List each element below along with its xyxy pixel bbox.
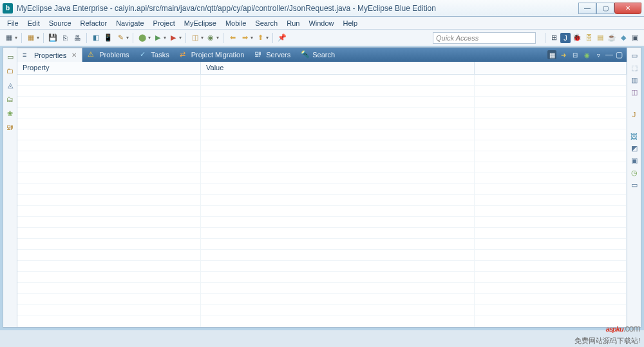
progress-icon[interactable]: ◷	[631, 169, 638, 177]
pin-icon[interactable]: ➜	[559, 50, 568, 59]
servers-icon: 🖳	[254, 50, 263, 59]
debug-perspective-icon[interactable]: 🐞	[572, 33, 582, 43]
menu-mobile[interactable]: Mobile	[221, 18, 251, 28]
tab-properties[interactable]: ≡ Properties ✕	[17, 48, 82, 62]
save-all-icon[interactable]: ⎘	[60, 33, 70, 43]
external-tools-icon[interactable]: ▶	[168, 33, 178, 43]
print-icon[interactable]: 🖶	[72, 33, 82, 43]
menu-myeclipse[interactable]: MyEclipse	[180, 18, 221, 28]
menu-source[interactable]: Source	[44, 18, 76, 28]
navigator-icon[interactable]: 🗂	[5, 94, 15, 104]
pin-icon[interactable]: 📌	[277, 33, 287, 43]
menu-search[interactable]: Search	[251, 18, 282, 28]
center-area: ≡ Properties ✕ ⚠ Problems ✓ Tasks ⇄ Proj…	[17, 48, 627, 327]
new-package-icon[interactable]: ◫	[190, 33, 200, 43]
db-perspective-icon[interactable]: 🗄	[583, 33, 594, 43]
console-icon[interactable]: ▣	[631, 156, 638, 165]
minimap-icon[interactable]: ▥	[631, 76, 638, 84]
report-perspective-icon[interactable]: ▤	[595, 33, 605, 43]
dropdown-icon[interactable]: ▾	[251, 35, 253, 41]
separator	[86, 33, 87, 43]
perspective-switcher: ⊞ J 🐞 🗄 ▤ ☕ ◆ ▣	[543, 33, 640, 43]
tab-search[interactable]: 🔦 Search	[296, 48, 340, 62]
table-row	[17, 140, 627, 151]
menu-project[interactable]: Project	[149, 18, 180, 28]
view-tab-bar: ≡ Properties ✕ ⚠ Problems ✓ Tasks ⇄ Proj…	[17, 48, 627, 62]
up-icon[interactable]: ⬆	[255, 33, 265, 43]
dropdown-icon[interactable]: ▾	[201, 35, 204, 41]
sync-perspective-icon[interactable]: ◆	[618, 33, 629, 43]
column-property[interactable]: Property	[17, 62, 201, 74]
close-button[interactable]: ✕	[614, 3, 641, 14]
table-row	[17, 173, 627, 184]
collapse-icon[interactable]: ⊟	[571, 50, 580, 59]
menu-refactor[interactable]: Refactor	[76, 18, 112, 28]
table-row	[17, 294, 627, 305]
forward-icon[interactable]: ➡	[240, 33, 250, 43]
right-trim: ▭ ⬚ ▥ ◫ J 🖼 ◩ ▣ ◷ ▭	[627, 48, 641, 327]
back-icon[interactable]: ⬅	[227, 33, 238, 43]
package-icon[interactable]: ▦	[26, 33, 36, 43]
tree-view-icon[interactable]: ▦	[547, 50, 556, 59]
bookmarks-icon[interactable]: ▭	[631, 181, 638, 189]
save-icon[interactable]: 💾	[48, 33, 58, 43]
dropdown-icon[interactable]: ▾	[164, 35, 166, 41]
maximize-button[interactable]: ▢	[596, 3, 614, 14]
maximize-view-icon[interactable]: ▢	[616, 50, 623, 59]
table-header: Property Value	[17, 62, 627, 75]
properties-view: Property Value	[17, 62, 627, 327]
tab-project-migration[interactable]: ⇄ Project Migration	[175, 48, 250, 62]
dropdown-icon[interactable]: ▾	[126, 35, 129, 41]
menubar: File Edit Source Refactor Navigate Proje…	[0, 17, 644, 30]
menu-edit[interactable]: Edit	[23, 18, 44, 28]
markers-icon[interactable]: ◩	[631, 144, 638, 153]
left-trim: ▭ 🗀 ◬ 🗂 ❀ 🖳	[3, 48, 17, 327]
dropdown-icon[interactable]: ▾	[148, 35, 151, 41]
tab-problems[interactable]: ⚠ Problems	[82, 48, 134, 62]
new-class-icon[interactable]: ◉	[205, 33, 216, 43]
resource-perspective-icon[interactable]: ▣	[630, 33, 640, 43]
deploy-icon[interactable]: ◧	[91, 33, 101, 43]
menu-run[interactable]: Run	[282, 18, 304, 28]
debug-icon[interactable]: ⬤	[137, 33, 147, 43]
view-menu-icon[interactable]: ▿	[594, 50, 603, 59]
app-icon: b	[3, 3, 13, 14]
type-hierarchy-icon[interactable]: ◬	[5, 80, 15, 90]
dropdown-icon[interactable]: ▾	[179, 35, 182, 41]
tools-icon[interactable]: ✎	[115, 33, 126, 43]
quick-access-input[interactable]: Quick Access	[433, 32, 536, 44]
dropdown-icon[interactable]: ▾	[15, 35, 17, 41]
junit-icon[interactable]: J	[632, 111, 636, 118]
image-preview-icon[interactable]: 🖼	[630, 133, 638, 140]
run-icon[interactable]: ▶	[153, 33, 163, 43]
dropdown-icon[interactable]: ▾	[216, 35, 219, 41]
column-value[interactable]: Value	[201, 62, 475, 74]
restore-icon[interactable]: ▭	[631, 52, 638, 60]
minimize-button[interactable]: —	[578, 3, 596, 14]
table-row	[17, 184, 627, 195]
tab-tasks[interactable]: ✓ Tasks	[135, 48, 175, 62]
close-icon[interactable]: ✕	[71, 52, 77, 59]
tab-servers[interactable]: 🖳 Servers	[249, 48, 296, 62]
java-perspective-icon[interactable]: ☕	[607, 33, 617, 43]
open-perspective-icon[interactable]: ⊞	[549, 33, 559, 43]
minimize-view-icon[interactable]: —	[605, 50, 613, 59]
column-extra[interactable]	[475, 62, 627, 74]
dropdown-icon[interactable]: ▾	[266, 35, 269, 41]
phone-icon[interactable]: 📱	[103, 33, 113, 43]
menu-file[interactable]: File	[3, 18, 23, 28]
restore-icon[interactable]: ▭	[5, 52, 15, 62]
package-explorer-icon[interactable]: 🗀	[5, 66, 15, 76]
servers-icon[interactable]: 🖳	[5, 122, 15, 133]
new-icon[interactable]: ▦	[4, 33, 14, 43]
dropdown-icon[interactable]: ▾	[37, 35, 39, 41]
menu-window[interactable]: Window	[304, 18, 338, 28]
snippets-icon[interactable]: ◫	[631, 88, 638, 97]
java-ee-perspective-icon[interactable]: J	[560, 33, 571, 43]
menu-navigate[interactable]: Navigate	[111, 18, 148, 28]
menu-icon[interactable]: ◉	[582, 50, 591, 59]
outline-icon[interactable]: ⬚	[631, 64, 638, 72]
menu-help[interactable]: Help	[339, 18, 363, 28]
table-row	[17, 162, 627, 173]
spring-icon[interactable]: ❀	[5, 108, 15, 118]
